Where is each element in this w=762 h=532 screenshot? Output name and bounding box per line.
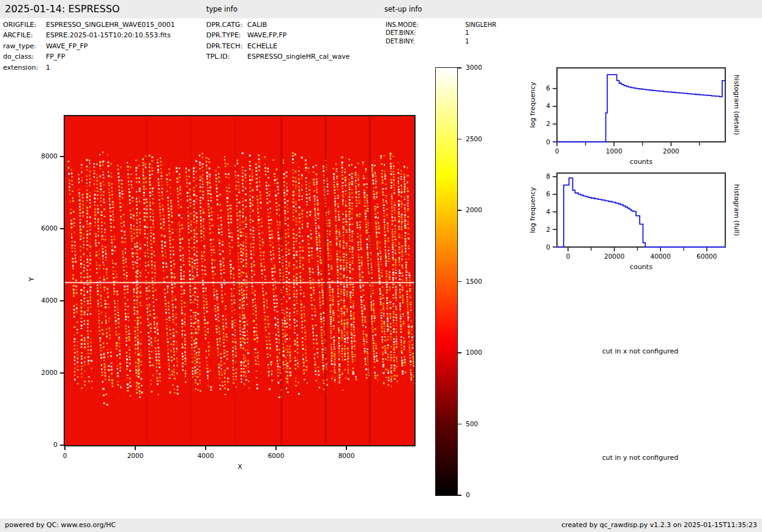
meta-row: DPR.CATG:CALIB bbox=[206, 20, 350, 30]
field-value: ESPRESSO_SINGLEHR_WAVE015_0001 bbox=[46, 20, 175, 30]
y-tick-label: 4 bbox=[546, 208, 550, 215]
colorbar-tick bbox=[458, 281, 461, 283]
type-info-section-label: type info bbox=[206, 0, 237, 18]
field-value: WAVE,FP,FP bbox=[247, 30, 287, 40]
field-label: ARCFILE: bbox=[3, 30, 46, 40]
cut-x-message: cut in x not configured bbox=[602, 347, 679, 355]
field-value: 1 bbox=[46, 62, 50, 73]
meta-row: DET.BINX:1 bbox=[386, 29, 496, 37]
x-tick bbox=[64, 446, 65, 450]
field-value: ESPRE.2025-01-15T10:20:10.553.fits bbox=[46, 30, 171, 40]
field-value: CALIB bbox=[247, 20, 267, 30]
colorbar-tick-label: 1500 bbox=[466, 278, 482, 285]
y-axis-label: Y bbox=[28, 273, 35, 286]
field-label: raw_type: bbox=[3, 41, 46, 51]
colorbar-tick bbox=[458, 352, 461, 353]
field-label: TPL.ID: bbox=[206, 51, 247, 62]
hist-x-axis-label: counts bbox=[630, 263, 652, 271]
x-tick bbox=[135, 446, 136, 450]
field-label: DPR.CATG: bbox=[206, 20, 247, 30]
x-tick-label: 20000 bbox=[604, 253, 624, 260]
y-tick-label: 0 bbox=[546, 243, 550, 251]
raw-frame-image bbox=[65, 116, 414, 445]
y-tick-label: 8 bbox=[546, 172, 550, 180]
field-value: 1 bbox=[465, 29, 469, 37]
x-tick-label: 6000 bbox=[268, 452, 285, 459]
field-label: extension: bbox=[3, 62, 46, 73]
meta-row: raw_type:WAVE_FP_FP bbox=[3, 41, 175, 51]
footer-powered-by: powered by QC: www.eso.org/HC bbox=[5, 519, 116, 532]
meta-row: INS.MODE:SINGLEHR bbox=[386, 21, 496, 29]
y-tick bbox=[60, 228, 64, 229]
histogram-detail-plot: 0100020000246countslog frequencyhistogra… bbox=[520, 62, 762, 168]
y-tick-label: 6 bbox=[546, 190, 550, 198]
colorbar-tick-label: 500 bbox=[466, 420, 478, 427]
field-label: DET.BINX: bbox=[386, 29, 465, 37]
y-tick-label: 0 bbox=[34, 441, 58, 448]
y-tick-label: 2 bbox=[546, 226, 550, 233]
field-value: ESPRESSO_singleHR_cal_wave bbox=[247, 51, 350, 62]
hist-y-axis-label: log frequency bbox=[529, 187, 537, 233]
hist-side-label: histogram (full) bbox=[733, 184, 741, 236]
x-tick-label: 0 bbox=[566, 253, 570, 260]
meta-row: ARCFILE:ESPRE.2025-01-15T10:20:10.553.fi… bbox=[3, 30, 175, 40]
y-tick bbox=[60, 372, 64, 374]
colorbar-tick-label: 0 bbox=[466, 491, 470, 498]
field-value: ECHELLE bbox=[247, 41, 277, 51]
page-title: 2025-01-14: ESPRESSO bbox=[5, 0, 120, 18]
colorbar-tick-label: 3000 bbox=[466, 64, 482, 71]
y-tick-label: 6 bbox=[546, 84, 550, 92]
colorbar-tick bbox=[458, 67, 461, 68]
field-label: do_class: bbox=[3, 51, 46, 62]
colorbar-tick bbox=[458, 495, 461, 496]
x-tick-label: 8000 bbox=[338, 452, 355, 459]
hist-y-axis-label: log frequency bbox=[529, 81, 537, 128]
y-tick-label: 2000 bbox=[34, 369, 58, 376]
x-tick-label: 0 bbox=[63, 452, 67, 459]
cut-y-message: cut in y not configured bbox=[602, 454, 679, 462]
histogram-full-plot: 020000400006000002468countslog frequency… bbox=[520, 168, 762, 273]
colorbar-tick-label: 2000 bbox=[466, 206, 482, 213]
qc-report-page: 2025-01-14: ESPRESSO type info set-up in… bbox=[0, 0, 762, 532]
field-value: 1 bbox=[465, 37, 469, 45]
x-tick bbox=[346, 446, 347, 450]
meta-row: TPL.ID:ESPRESSO_singleHR_cal_wave bbox=[206, 51, 350, 62]
hist-side-label: histogram (detail) bbox=[733, 75, 741, 135]
plot-box bbox=[557, 173, 725, 247]
x-tick bbox=[205, 446, 206, 450]
type-info-block: DPR.CATG:CALIBDPR.TYPE:WAVE,FP,FPDPR.TEC… bbox=[206, 19, 350, 62]
y-tick-label: 0 bbox=[546, 138, 550, 146]
y-tick bbox=[60, 156, 64, 157]
x-tick-label: 4000 bbox=[198, 452, 214, 459]
y-tick bbox=[60, 300, 64, 301]
x-tick bbox=[275, 446, 277, 450]
y-tick-label: 2 bbox=[546, 120, 550, 127]
raw-frame-plot-border bbox=[64, 115, 416, 446]
colorbar-tick-label: 1000 bbox=[466, 349, 482, 356]
field-label: DPR.TECH: bbox=[206, 41, 247, 51]
colorbar-gradient bbox=[435, 67, 458, 496]
field-label: DPR.TYPE: bbox=[206, 30, 247, 40]
field-value: WAVE_FP_FP bbox=[46, 41, 88, 51]
colorbar-tick bbox=[458, 424, 461, 425]
setup-info-section-label: set-up info bbox=[384, 0, 422, 18]
field-label: DET.BINY: bbox=[386, 37, 465, 45]
colorbar-tick bbox=[458, 210, 461, 211]
y-tick-label: 4000 bbox=[34, 297, 58, 304]
plot-box bbox=[557, 68, 725, 142]
colorbar-tick bbox=[458, 139, 461, 140]
meta-row: DPR.TYPE:WAVE,FP,FP bbox=[206, 30, 350, 40]
y-tick-label: 8000 bbox=[34, 152, 58, 160]
meta-row: ORIGFILE:ESPRESSO_SINGLEHR_WAVE015_0001 bbox=[3, 20, 175, 30]
footer-created-by: created by qc_rawdisp.py v1.2.3 on 2025-… bbox=[561, 519, 757, 532]
setup-info-block: INS.MODE:SINGLEHRDET.BINX:1DET.BINY:1 bbox=[386, 20, 496, 45]
y-tick-label: 6000 bbox=[34, 224, 58, 232]
x-axis-label: X bbox=[233, 463, 247, 471]
field-label: INS.MODE: bbox=[386, 21, 465, 29]
meta-row: do_class:FP_FP bbox=[3, 51, 175, 62]
x-tick-label: 40000 bbox=[651, 253, 671, 260]
y-tick bbox=[60, 445, 64, 446]
x-tick-label: 0 bbox=[555, 147, 559, 155]
meta-row: DET.BINY:1 bbox=[386, 37, 496, 45]
hist-x-axis-label: counts bbox=[630, 158, 652, 166]
